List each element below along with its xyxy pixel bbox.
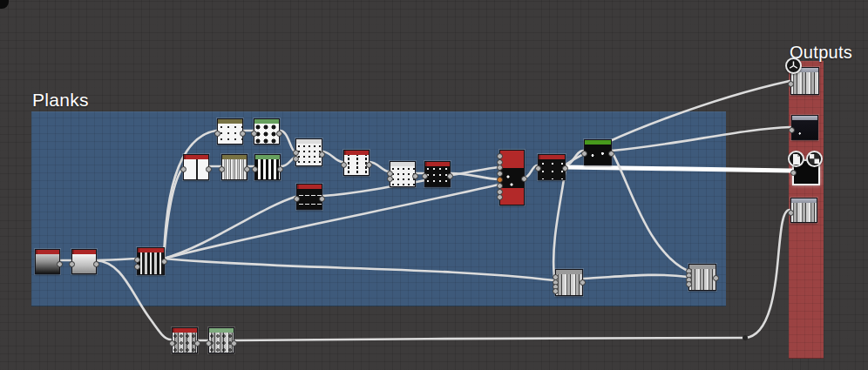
node-input-connector[interactable] <box>497 177 503 183</box>
node-input-connector[interactable] <box>535 165 541 172</box>
node-output-connector[interactable] <box>319 151 325 158</box>
node-input-connector[interactable] <box>581 151 587 157</box>
node-thumbnail <box>539 159 565 179</box>
node-input-connector[interactable] <box>69 261 75 267</box>
output-usage-checker-icon <box>806 151 823 167</box>
node-thumbnail <box>297 189 322 209</box>
node-transform-red[interactable] <box>172 327 198 353</box>
node-thumbnail <box>296 144 322 165</box>
node-input-connector[interactable] <box>497 183 503 189</box>
node-input-connector[interactable] <box>422 173 428 179</box>
node-stripes-a[interactable] <box>183 154 209 180</box>
node-input-connector[interactable] <box>788 81 794 87</box>
node-thumbnail <box>791 72 818 94</box>
node-stripes-c[interactable] <box>254 154 281 180</box>
node-thumbnail <box>791 203 817 222</box>
node-output-connector[interactable] <box>521 176 527 182</box>
output-usage-doc-icon <box>788 151 804 167</box>
node-thumbnail <box>689 269 715 290</box>
node-output-connector[interactable] <box>231 340 237 346</box>
node-planks-lower-b[interactable] <box>688 264 716 291</box>
node-thumbnail <box>36 254 59 273</box>
node-gradient-map[interactable] <box>584 139 612 165</box>
node-output-connector[interactable] <box>562 165 568 172</box>
node-spots-a[interactable] <box>217 118 243 145</box>
frame-planks-label: Planks <box>32 90 89 111</box>
node-gradient-dark[interactable] <box>35 249 60 274</box>
node-planks-lower-a[interactable] <box>555 269 583 296</box>
node-output-connector[interactable] <box>608 151 614 157</box>
node-thumbnail <box>209 333 234 353</box>
node-input-connector[interactable] <box>788 210 794 216</box>
node-output-normal[interactable] <box>791 115 818 140</box>
node-input-connector[interactable] <box>790 170 797 176</box>
node-marks[interactable] <box>343 150 370 176</box>
node-input-connector[interactable] <box>219 166 225 172</box>
node-output-connector[interactable] <box>276 131 282 137</box>
node-thumbnail <box>222 159 247 179</box>
node-input-connector[interactable] <box>214 131 220 137</box>
window-corner <box>0 0 9 9</box>
node-output-connector[interactable] <box>57 261 63 267</box>
node-thumbnail <box>218 124 242 144</box>
node-graph-canvas[interactable]: Planks Outputs <box>0 0 868 370</box>
node-output-connector[interactable] <box>277 166 283 172</box>
node-thumbnail <box>254 124 279 144</box>
node-thumbnail <box>500 151 524 205</box>
node-output-connector[interactable] <box>412 173 418 179</box>
node-input-connector[interactable] <box>252 166 258 172</box>
node-thumbnail <box>585 145 611 165</box>
node-transform-green[interactable] <box>208 327 234 353</box>
node-output-connector[interactable] <box>319 196 325 202</box>
node-output-height[interactable] <box>790 198 817 223</box>
node-thumbnail <box>344 155 369 175</box>
node-gradient-light[interactable] <box>71 249 97 274</box>
node-input-connector[interactable] <box>686 281 692 287</box>
node-input-connector[interactable] <box>341 162 347 168</box>
node-output-connector[interactable] <box>206 166 212 172</box>
node-output-connector[interactable] <box>161 259 167 265</box>
node-output-connector[interactable] <box>244 166 250 172</box>
node-input-connector[interactable] <box>497 153 503 159</box>
node-levels-dark[interactable] <box>538 154 566 180</box>
node-thumbnail <box>390 166 415 186</box>
node-thumbnail <box>556 274 582 295</box>
node-input-connector[interactable] <box>789 127 795 133</box>
node-multi-blend[interactable] <box>499 150 525 205</box>
node-dots-dark[interactable] <box>424 161 451 187</box>
wire[interactable] <box>234 338 744 340</box>
node-input-connector[interactable] <box>251 131 257 137</box>
node-bricks-dash[interactable] <box>296 184 322 210</box>
node-output-connector[interactable] <box>447 173 453 179</box>
node-stripes-b[interactable] <box>221 154 248 180</box>
node-thumbnail <box>792 120 817 139</box>
node-input-connector[interactable] <box>134 264 140 270</box>
wire[interactable] <box>745 210 790 338</box>
node-input-connector[interactable] <box>293 156 299 162</box>
node-thumbnail <box>173 333 197 353</box>
node-thumbnail <box>72 254 96 273</box>
node-pattern-hub[interactable] <box>137 247 165 275</box>
node-output-connector[interactable] <box>194 340 200 346</box>
node-output-connector[interactable] <box>366 162 372 168</box>
node-thumbnail <box>138 252 164 274</box>
node-output-basecolor[interactable] <box>790 67 819 95</box>
node-thumbnail <box>184 159 208 179</box>
node-output-roughness[interactable] <box>792 159 820 185</box>
node-input-connector[interactable] <box>294 196 300 202</box>
node-tile-sampler[interactable] <box>295 138 322 166</box>
node-thumbnail <box>425 166 450 186</box>
node-input-connector[interactable] <box>180 166 186 172</box>
node-output-connector[interactable] <box>93 261 99 267</box>
output-usage-ball-icon <box>785 57 802 74</box>
node-thumbnail <box>255 159 280 179</box>
node-spots-b[interactable] <box>254 118 280 145</box>
node-output-connector[interactable] <box>240 131 246 137</box>
node-dots-light[interactable] <box>390 161 416 187</box>
node-output-connector[interactable] <box>580 279 586 286</box>
node-input-connector[interactable] <box>293 150 299 156</box>
